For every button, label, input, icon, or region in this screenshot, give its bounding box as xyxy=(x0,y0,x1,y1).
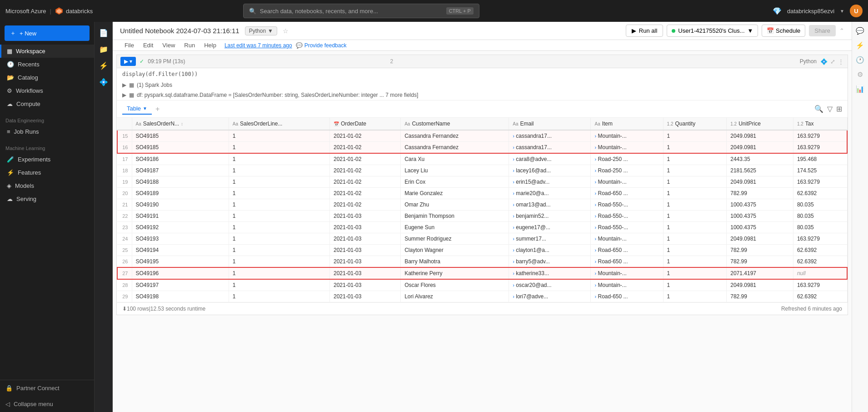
table-cell: › Road-650 ... xyxy=(591,291,663,302)
table-cell: 1 xyxy=(663,142,727,154)
chart-icon[interactable]: 📊 xyxy=(855,84,866,95)
int-type-icon-2: Aa xyxy=(233,121,238,126)
menu-help[interactable]: Help xyxy=(200,40,221,50)
table-cell: 1 xyxy=(663,153,727,165)
more-cell-icon[interactable]: ⋮ xyxy=(838,58,844,65)
sidebar-item-features[interactable]: ⚡ Features xyxy=(0,166,94,179)
table-cell: 25 xyxy=(117,245,132,256)
share-button[interactable]: Share xyxy=(809,25,836,36)
table-cell: Eugene Sun xyxy=(401,222,509,233)
expand-cell-icon[interactable]: ⤢ xyxy=(830,58,835,65)
strip-graph-icon[interactable]: ⚡ xyxy=(96,58,111,73)
avatar[interactable]: U xyxy=(850,5,863,17)
variables-icon[interactable]: ⚡ xyxy=(855,40,866,51)
table-cell: › eugene17@... xyxy=(509,222,591,233)
strip-folder-icon[interactable]: 📁 xyxy=(96,42,111,56)
menu-view[interactable]: View xyxy=(158,40,180,50)
sidebar-item-recents[interactable]: 🕐 Recents xyxy=(0,58,94,71)
menu-file[interactable]: File xyxy=(120,40,139,50)
menu-run[interactable]: Run xyxy=(180,40,200,50)
sidebar-item-job-runs[interactable]: ≡ Job Runs xyxy=(0,125,94,138)
table-row: 29SO4919812021-01-03Lori Alvarez› lori7@… xyxy=(117,291,847,302)
sidebar-item-experiments[interactable]: 🧪 Experiments xyxy=(0,153,94,166)
table-cell: SO49196 xyxy=(132,267,229,279)
string-type-icon: Aa xyxy=(136,121,141,126)
col-header-salesorder[interactable]: Aa SalesOrderN... ↕ xyxy=(132,118,229,130)
search-table-icon[interactable]: 🔍 xyxy=(814,105,823,113)
table-header-row: Aa SalesOrderN... ↕ Aa SalesOrderLine... xyxy=(117,118,847,130)
notebook-header: Untitled Notebook 2024-07-03 21:16:11 Py… xyxy=(113,22,852,40)
content-area: Untitled Notebook 2024-07-03 21:16:11 Py… xyxy=(113,22,852,412)
star-icon[interactable]: ☆ xyxy=(283,27,289,35)
table-row: 16SO4918512021-01-02Cassandra Fernandez›… xyxy=(117,142,847,154)
menu-edit[interactable]: Edit xyxy=(139,40,158,50)
settings-icon[interactable]: ⚙ xyxy=(855,69,866,80)
table-wrapper[interactable]: Aa SalesOrderN... ↕ Aa SalesOrderLine... xyxy=(117,118,848,302)
chevron-down-icon[interactable]: ▼ xyxy=(840,9,844,14)
sidebar-item-partner-connect[interactable]: 🔒 Partner Connect xyxy=(0,380,94,396)
sidebar-item-serving[interactable]: ☁ Serving xyxy=(0,192,94,206)
table-cell: › Mountain-... xyxy=(591,267,663,279)
table-cell: 2021-01-03 xyxy=(329,291,400,302)
col-header-quantity[interactable]: 1.2 Quantity xyxy=(663,118,727,130)
sidebar: ＋ + New ▦ Workspace 🕐 Recents 📂 Catalog … xyxy=(0,22,95,412)
col-header-email[interactable]: Aa Email xyxy=(509,118,591,130)
col-header-tax[interactable]: 1.2 Tax xyxy=(793,118,847,130)
string-type-icon-4: Aa xyxy=(404,121,410,126)
main-layout: ＋ + New ▦ Workspace 🕐 Recents 📂 Catalog … xyxy=(0,22,868,412)
sidebar-bottom: 🔒 Partner Connect ◁ Collapse menu xyxy=(0,380,94,412)
sort-icon-1[interactable]: ↕ xyxy=(181,121,183,126)
col-header-customer[interactable]: Aa CustomerName xyxy=(401,118,509,130)
table-cell: 2049.0981 xyxy=(727,233,793,245)
sidebar-item-workflows[interactable]: ⚙ Workflows xyxy=(0,84,94,97)
diamond-icon[interactable]: 💎 xyxy=(773,7,782,15)
table-cell: 2049.0981 xyxy=(727,279,793,291)
diamond-cell-icon[interactable]: 💠 xyxy=(820,58,828,65)
sidebar-item-models[interactable]: ◈ Models xyxy=(0,179,94,192)
table-cell: 1 xyxy=(663,188,727,199)
table-cell: 80.035 xyxy=(793,199,847,211)
sidebar-item-compute[interactable]: ☁ Compute xyxy=(0,97,94,111)
sidebar-item-catalog[interactable]: 📂 Catalog xyxy=(0,71,94,84)
table-cell: 1 xyxy=(663,199,727,211)
col-header-unitprice[interactable]: 1.2 UnitPrice xyxy=(727,118,793,130)
comments-icon[interactable]: 💬 xyxy=(855,25,866,36)
new-button[interactable]: ＋ + New xyxy=(5,25,90,41)
user-name[interactable]: databricksp85ezvi xyxy=(787,8,834,15)
table-cell: 1 xyxy=(229,176,329,188)
add-tab-button[interactable]: + xyxy=(155,105,160,113)
run-all-button[interactable]: ▶ Run all xyxy=(626,25,663,37)
table-cell: › benjamin52... xyxy=(509,211,591,222)
experiments-icon: 🧪 xyxy=(7,156,14,163)
strip-diamond-icon[interactable]: 💠 xyxy=(96,75,111,89)
databricks-label: databricks xyxy=(66,8,93,15)
table-cell: › katherine33... xyxy=(509,267,591,279)
layout-table-icon[interactable]: ⊞ xyxy=(836,105,842,113)
expand-icon[interactable]: ⌃ xyxy=(839,27,844,34)
col-header-salesorderline[interactable]: Aa SalesOrderLine... xyxy=(229,118,329,130)
filter-table-icon[interactable]: ▽ xyxy=(827,105,833,113)
topbar-right: 💎 databricksp85ezvi ▼ U xyxy=(773,5,863,17)
strip-notebook-icon[interactable]: 📄 xyxy=(96,25,111,40)
df-arrow-icon[interactable]: ▶ xyxy=(122,92,126,98)
download-icon[interactable]: ⬇ xyxy=(122,306,127,312)
table-cell: 1 xyxy=(229,279,329,291)
col-header-item[interactable]: Aa Item xyxy=(591,118,663,130)
databricks-logo: databricks xyxy=(55,7,93,15)
col-header-orderdate[interactable]: 📅 OrderDate xyxy=(329,118,400,130)
history-icon[interactable]: 🕐 xyxy=(855,55,866,65)
language-badge[interactable]: Python ▼ xyxy=(245,26,277,35)
schedule-button[interactable]: 📅 Schedule xyxy=(762,25,805,37)
sidebar-item-collapse[interactable]: ◁ Collapse menu xyxy=(0,396,94,412)
search-bar[interactable]: 🔍 Search data, notebooks, recents, and m… xyxy=(243,4,479,18)
table-cell: 1000.4375 xyxy=(727,211,793,222)
table-cell: › clayton1@a... xyxy=(509,245,591,256)
cell-run-button[interactable]: ▶ ▾ xyxy=(120,57,136,66)
sidebar-item-workspace[interactable]: ▦ Workspace xyxy=(0,45,94,58)
last-edit-link[interactable]: Last edit was 7 minutes ago xyxy=(224,42,292,49)
table-cell: 2021-01-03 xyxy=(329,279,400,291)
table-tab[interactable]: Table ▼ xyxy=(122,103,152,115)
spark-arrow-icon[interactable]: ▶ xyxy=(122,82,126,88)
cluster-button[interactable]: User1-42175520's Clus... ▼ xyxy=(667,25,758,37)
feedback-button[interactable]: 💬 Provide feedback xyxy=(296,42,347,49)
